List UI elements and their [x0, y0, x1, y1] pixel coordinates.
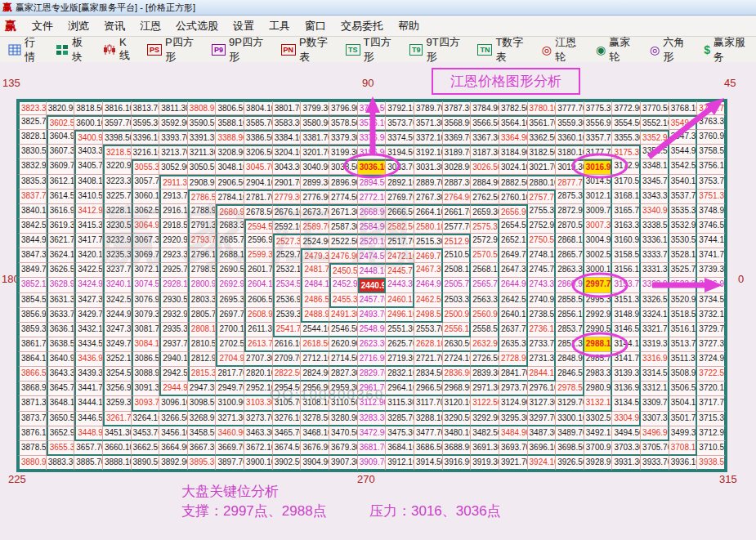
grid-cell: 3501.70 [669, 412, 698, 426]
grid-cell: 2872.90 [556, 204, 584, 219]
grid-cell: 3103.30 [244, 396, 273, 411]
grid-cell: 3938.50 [697, 456, 726, 471]
grid-cell: 3451.30 [103, 426, 132, 441]
grid-cell: 3892.90 [159, 456, 188, 471]
grid-cell: 3285.70 [386, 412, 414, 426]
grid-cell: 3148.90 [612, 308, 641, 323]
grid-cell: 3441.70 [74, 382, 103, 396]
grid-cell: 3355.30 [612, 130, 641, 145]
grid-cell: 2704.90 [216, 352, 244, 367]
grid-cell: 3535.30 [669, 204, 698, 219]
grid-cell: 3127.30 [528, 396, 557, 411]
grid-cell: 3081.70 [132, 323, 160, 337]
grid-cell: 3091.30 [132, 382, 160, 396]
grid-cell: 3868.90 [18, 382, 47, 396]
grid-cell: 2721.70 [414, 352, 443, 367]
grid-cell: 2812.90 [188, 352, 217, 367]
grid-cell: 3007.30 [584, 219, 613, 234]
grid-cell: 3146.50 [612, 323, 641, 337]
grid-cell: 3748.90 [697, 204, 726, 219]
grid-cell: 3117.70 [414, 396, 443, 411]
grid-cell: 3259.30 [103, 396, 132, 411]
grid-cell: 2865.70 [556, 248, 584, 263]
grid-cell: 3206.50 [244, 145, 273, 159]
grid-cell: 2913.70 [159, 190, 188, 204]
grid-cell: 2980.90 [584, 382, 613, 396]
hexagon-icon: ◎ [650, 44, 660, 56]
grid-cell: 2558.50 [471, 323, 499, 337]
grid-cell: 3724.90 [697, 352, 726, 367]
grid-cell: 3924.10 [528, 456, 557, 471]
grid-cell: 3624.10 [47, 248, 75, 263]
grid-cell: 3672.10 [244, 441, 273, 456]
grid-cell: 2728.90 [499, 352, 528, 367]
grid-cell: 3302.50 [584, 412, 613, 426]
grid-cell: 3463.30 [244, 426, 273, 441]
angle-label-45: 45 [724, 77, 736, 89]
grid-cell: 3878.50 [18, 441, 47, 456]
9p-square-icon: P9 [212, 44, 226, 56]
grid-cell: 3655.30 [47, 441, 75, 456]
grid-cell: 3300.10 [556, 412, 584, 426]
grid-cell: 2803.30 [188, 293, 217, 308]
grid-cell: 3283.30 [358, 412, 387, 426]
grid-cell: 3360.10 [556, 130, 584, 145]
grid-cell: 3204.10 [273, 145, 302, 159]
app-window: 赢 赢家江恩专业版[赢家服务平台] - [价格正方形] 赢 文件浏览资讯江恩公式… [0, 0, 756, 540]
grid-cell: 3067.30 [132, 234, 160, 248]
grid-cell: 2503.30 [443, 293, 472, 308]
grid-cell: 3172.90 [612, 159, 641, 174]
grid-cell: 3309.70 [641, 396, 669, 411]
grid-cell: 2688.10 [216, 248, 244, 263]
grid-cell: 3616.90 [47, 204, 75, 219]
grid-cell: 2719.30 [386, 352, 414, 367]
grid-cell: 2546.50 [329, 323, 358, 337]
grid-cell: 2985.70 [584, 352, 613, 367]
grid-cell: 3763.30 [697, 115, 726, 130]
grid-cell: 2522.50 [329, 234, 358, 248]
grid-cell: 3228.10 [103, 204, 132, 219]
grid-cell: 3043.30 [273, 159, 302, 174]
grid-cell: 2460.10 [386, 293, 414, 308]
grid-cell: 3220.90 [103, 159, 132, 174]
grid-cell: 2678.50 [244, 204, 273, 219]
grid-cell: 3693.70 [499, 441, 528, 456]
grid-cell: 3112.90 [358, 396, 387, 411]
grid-cell: 2637.70 [499, 323, 528, 337]
toolbar: 行情板块K线PSP四方形P99P四方形PNP数字表TST四方形T99T四方形TN… [0, 37, 756, 63]
grid-cell: 3444.10 [74, 396, 103, 411]
grid-cell: 3633.70 [47, 308, 75, 323]
grid-cell: 2848.90 [556, 352, 584, 367]
grid-cell: 3849.70 [18, 263, 47, 278]
t-square-icon: TS [346, 44, 360, 56]
winner-wheel-icon: ◉ [596, 44, 606, 56]
grid-cell: 2920.90 [159, 234, 188, 248]
winner-service-icon: $ [704, 44, 710, 56]
grid-cell: 2551.30 [386, 323, 414, 337]
grid-cell: 3196.90 [358, 145, 387, 159]
grid-cell: 3739.30 [697, 263, 726, 278]
grid-cell: 3696.10 [528, 441, 557, 456]
grid-cell: 2908.90 [188, 175, 217, 190]
grid-cell: 3880.90 [18, 456, 47, 471]
grid-cell: 3470.50 [329, 426, 358, 441]
grid-cell: 2935.30 [159, 323, 188, 337]
grid-cell: 3933.70 [641, 456, 669, 471]
toolbar-button-kline[interactable]: K线 [97, 33, 139, 66]
grid-cell: 2515.30 [414, 234, 443, 248]
grid-cell: 3727.30 [697, 337, 726, 352]
grid-cell: 2647.30 [499, 263, 528, 278]
grid-cell: 2820.10 [244, 367, 273, 382]
toolbar-label-9p-square: 9P四方形 [229, 35, 267, 65]
grid-cell: 3873.70 [18, 412, 47, 426]
grid-cell: 3904.90 [301, 456, 329, 471]
grid-cell: 2868.10 [556, 234, 584, 248]
grid-cell: 2611.30 [244, 323, 273, 337]
grid-cell: 3830.50 [18, 145, 47, 159]
angle-label-90: 90 [362, 77, 374, 89]
grid-cell: 2769.70 [386, 190, 414, 204]
grid-cell: 3552.10 [641, 115, 669, 130]
grid-cell: 3708.10 [669, 441, 698, 456]
grid-cell: 2467.30 [414, 263, 443, 278]
grid-cell: 3621.70 [47, 234, 75, 248]
